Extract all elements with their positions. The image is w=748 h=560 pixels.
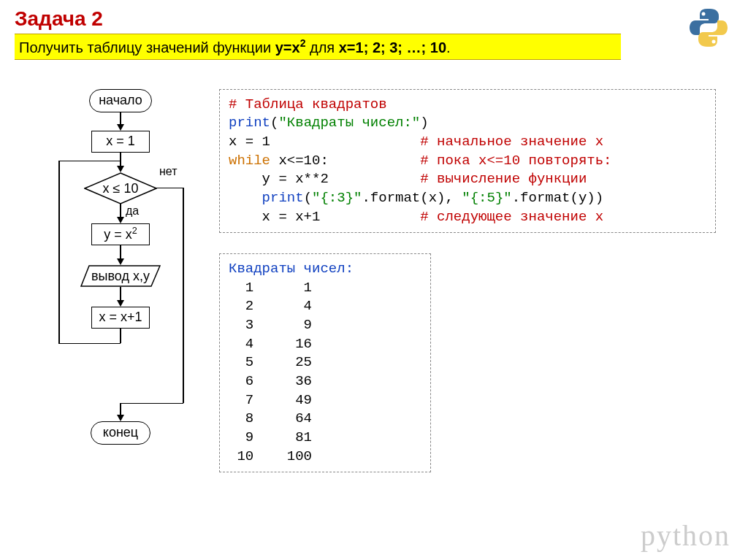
code-l2b: ( <box>270 115 278 131</box>
code-l5a: y = x**2 <box>229 171 420 187</box>
flow-calc-pre: y = x <box>104 227 132 242</box>
svg-point-0 <box>702 12 706 16</box>
flow-start: начало <box>89 89 152 112</box>
flow-calc: y = x2 <box>91 223 150 245</box>
output-header: Квадраты чисел: <box>229 261 354 277</box>
output-row: 1 1 <box>229 280 312 296</box>
task-subtitle: Получить таблицу значений функции y=x2 д… <box>15 34 621 60</box>
output-row: 3 9 <box>229 317 312 333</box>
svg-point-1 <box>712 40 716 44</box>
code-l3a: x = 1 <box>229 134 420 150</box>
code-l1: # Таблица квадратов <box>229 96 387 112</box>
flow-cond-text: x ≤ 10 <box>103 172 139 204</box>
subtitle-func: y=x <box>275 39 300 55</box>
output-row: 6 36 <box>229 373 312 389</box>
code-l6g: .format(y)) <box>512 190 603 206</box>
subtitle-dot: . <box>446 39 451 55</box>
output-row: 4 16 <box>229 336 312 352</box>
task-title: Задача 2 <box>15 7 733 31</box>
code-l6f: "{:5}" <box>462 190 511 206</box>
output-row: 8 64 <box>229 410 312 426</box>
code-block: # Таблица квадратов print("Квадраты чисе… <box>219 89 716 233</box>
flow-yes-label: да <box>126 204 139 218</box>
output-block: Квадраты чисел: 1 1 2 4 3 9 4 16 5 25 6 … <box>219 253 431 472</box>
python-logo-icon <box>687 6 730 53</box>
flow-end: конец <box>91 421 150 445</box>
subtitle-vals: х=1; 2; 3; …; 10 <box>339 39 446 55</box>
output-row: 5 25 <box>229 354 312 370</box>
code-l6c: ( <box>304 190 312 206</box>
flow-output: вывод x,y <box>80 265 161 287</box>
output-row: 10 100 <box>229 448 312 464</box>
code-l4c: # пока x<=10 повторять: <box>420 153 611 169</box>
output-row: 9 81 <box>229 429 312 445</box>
code-l6b: print <box>262 190 304 206</box>
code-l2d: ) <box>420 115 428 131</box>
code-l5b: # вычисление функции <box>420 171 587 187</box>
code-l7a: x = x+1 <box>229 209 420 225</box>
flow-decision: x ≤ 10 <box>84 172 157 204</box>
flow-inc: x = x+1 <box>91 307 150 329</box>
code-l6e: .format(x), <box>362 190 462 206</box>
flow-no-label: нет <box>159 165 178 178</box>
subtitle-pre: Получить таблицу значений функции <box>19 39 275 55</box>
python-watermark: python <box>641 518 730 553</box>
flow-output-text: вывод x,y <box>91 265 150 287</box>
code-l3b: # начальное значение x <box>420 134 603 150</box>
flow-init: x = 1 <box>91 131 150 153</box>
code-l7b: # следующее значение x <box>420 209 603 225</box>
code-l2c: "Квадраты чисел:" <box>278 115 420 131</box>
output-row: 2 4 <box>229 298 312 314</box>
flowchart: начало x = 1 x ≤ 10 нет да y = x2 вывод … <box>15 89 197 454</box>
output-row: 7 49 <box>229 392 312 408</box>
flow-calc-exp: 2 <box>132 226 137 236</box>
subtitle-post: для <box>305 39 338 55</box>
code-l4a: while <box>229 153 270 169</box>
code-l4b: x<=10: <box>270 153 420 169</box>
code-l6a <box>229 190 262 206</box>
code-l2a: print <box>229 115 270 131</box>
code-l6d: "{:3}" <box>312 190 362 206</box>
